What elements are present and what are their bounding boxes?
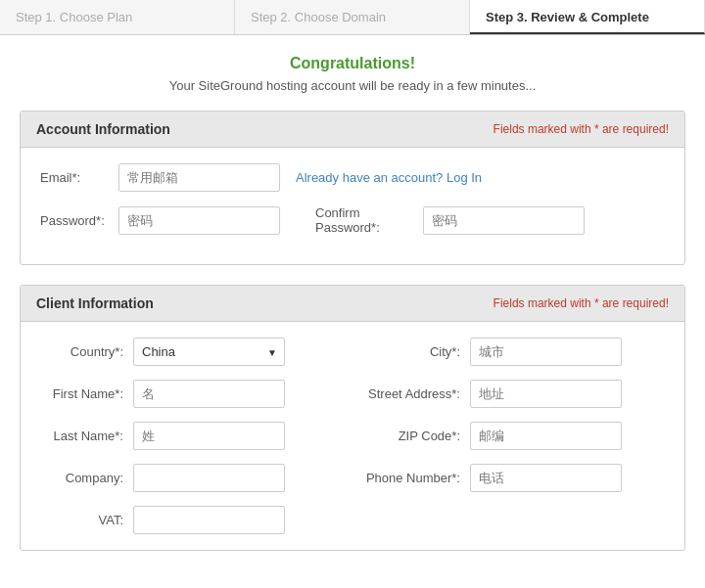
email-label: Email*:: [40, 170, 118, 185]
city-group: City*:: [352, 338, 665, 366]
congratulations-section: Congratulations! Your SiteGround hosting…: [20, 55, 685, 93]
lastname-label: Last Name*:: [40, 429, 133, 443]
client-section-header: Client Information Fields marked with * …: [21, 286, 684, 322]
city-label: City*:: [352, 344, 470, 359]
company-input[interactable]: [133, 464, 285, 492]
city-input[interactable]: [470, 338, 622, 366]
street-label: Street Address*:: [352, 386, 470, 401]
client-section-title: Client Information: [36, 295, 154, 311]
main-content: Congratulations! Your SiteGround hosting…: [0, 35, 705, 588]
password-row: Password*: Confirm Password*:: [40, 205, 665, 235]
password-label: Password*:: [40, 213, 118, 228]
lastname-input[interactable]: [133, 422, 285, 450]
vat-group: VAT:: [40, 506, 352, 534]
company-group: Company:: [40, 464, 352, 492]
client-section-body: Country*: China United States United Kin…: [21, 322, 684, 550]
street-group: Street Address*:: [352, 380, 665, 408]
step3-nav[interactable]: Step 3. Review & Complete: [470, 0, 705, 34]
account-information-section: Account Information Fields marked with *…: [20, 111, 685, 265]
client-information-section: Client Information Fields marked with * …: [20, 285, 685, 551]
login-link[interactable]: Already have an account? Log In: [296, 170, 482, 185]
phone-label: Phone Number*:: [352, 471, 470, 485]
country-label: Country*:: [40, 344, 133, 359]
lastname-zip-row: Last Name*: ZIP Code*:: [40, 422, 665, 450]
firstname-input[interactable]: [133, 380, 285, 408]
email-input[interactable]: [118, 163, 280, 192]
zip-label: ZIP Code*:: [352, 429, 470, 443]
congrats-subtitle: Your SiteGround hosting account will be …: [20, 78, 685, 93]
company-phone-row: Company: Phone Number*:: [40, 464, 665, 492]
zip-group: ZIP Code*:: [352, 422, 665, 450]
password-input[interactable]: [118, 206, 280, 235]
vat-row: VAT:: [40, 506, 665, 534]
vat-label: VAT:: [40, 513, 133, 527]
client-required-note: Fields marked with * are required!: [494, 296, 669, 310]
street-input[interactable]: [470, 380, 622, 408]
step2-nav[interactable]: Step 2. Choose Domain: [235, 0, 470, 34]
step1-nav[interactable]: Step 1. Choose Plan: [0, 0, 235, 34]
country-city-row: Country*: China United States United Kin…: [40, 338, 665, 366]
country-group: Country*: China United States United Kin…: [40, 338, 352, 366]
phone-input[interactable]: [470, 464, 622, 492]
step1-label: Step 1. Choose Plan: [16, 10, 132, 24]
step3-label: Step 3. Review & Complete: [486, 10, 649, 24]
zip-input[interactable]: [470, 422, 622, 450]
congrats-title: Congratulations!: [20, 55, 685, 72]
email-row: Email*: Already have an account? Log In: [40, 163, 665, 192]
account-section-header: Account Information Fields marked with *…: [21, 112, 684, 148]
account-required-note: Fields marked with * are required!: [494, 122, 669, 136]
account-section-title: Account Information: [36, 121, 170, 137]
lastname-group: Last Name*:: [40, 422, 352, 450]
step2-label: Step 2. Choose Domain: [251, 10, 386, 24]
country-select[interactable]: China United States United Kingdom Germa…: [133, 338, 285, 366]
firstname-street-row: First Name*: Street Address*:: [40, 380, 665, 408]
country-select-wrapper: China United States United Kingdom Germa…: [133, 338, 285, 366]
phone-group: Phone Number*:: [352, 464, 665, 492]
confirm-password-label: Confirm Password*:: [296, 205, 423, 235]
firstname-group: First Name*:: [40, 380, 352, 408]
vat-input[interactable]: [133, 506, 285, 534]
confirm-password-input[interactable]: [423, 206, 585, 235]
company-label: Company:: [40, 471, 133, 485]
firstname-label: First Name*:: [40, 386, 133, 401]
steps-navigation: Step 1. Choose Plan Step 2. Choose Domai…: [0, 0, 705, 35]
account-section-body: Email*: Already have an account? Log In …: [21, 148, 684, 264]
